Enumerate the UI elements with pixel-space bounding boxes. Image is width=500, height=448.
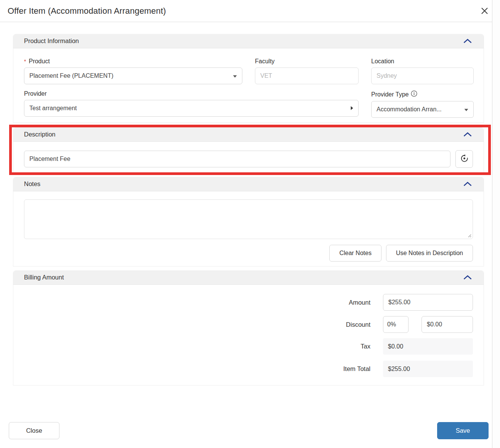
section-notes: Notes Clear Notes Use Notes in Descripti… [13, 177, 484, 267]
tax-row: Tax $0.00 [24, 338, 473, 355]
billing-body: Amount Discount Tax $0.00 Item Total $25… [13, 285, 484, 385]
restore-icon [460, 154, 469, 164]
discount-label: Discount [24, 321, 383, 328]
chevron-down-icon [233, 72, 237, 79]
tax-value: $0.00 [383, 338, 473, 355]
provider-label: Provider [24, 90, 359, 97]
discount-percent-input[interactable] [383, 316, 409, 333]
item-total-row: Item Total $255.00 [24, 361, 473, 377]
background-page-sliver [492, 0, 500, 448]
discount-amount-input[interactable] [421, 316, 473, 333]
product-field-group: *Product Placement Fee (PLACEMENT) [24, 58, 242, 84]
section-description: Description [13, 127, 484, 173]
amount-label: Amount [24, 299, 383, 306]
faculty-label: Faculty [255, 58, 359, 65]
product-information-title: Product Information [24, 37, 79, 45]
description-input[interactable] [24, 151, 450, 167]
chevron-up-icon [463, 275, 472, 281]
notes-collapse-button[interactable] [462, 181, 473, 187]
info-icon[interactable] [411, 90, 417, 98]
amount-row: Amount [24, 294, 473, 311]
discount-row: Discount [24, 316, 473, 333]
billing-amount-header: Billing Amount [13, 270, 484, 285]
provider-type-label: Provider Type [371, 90, 474, 98]
amount-input[interactable] [383, 294, 473, 311]
billing-amount-title: Billing Amount [24, 274, 64, 281]
notes-header: Notes [13, 177, 484, 191]
description-collapse-button[interactable] [462, 131, 473, 138]
product-select[interactable]: Placement Fee (PLACEMENT) [24, 67, 242, 84]
chevron-up-icon [463, 182, 472, 188]
product-information-collapse-button[interactable] [462, 38, 473, 44]
close-icon [481, 10, 489, 16]
provider-field-group: Provider Test arrangement [24, 90, 359, 118]
description-section-wrapper: Description [13, 127, 484, 173]
notes-body: Clear Notes Use Notes in Description [13, 191, 484, 266]
modal-header: Offer Item (Accommodation Arrangement) [0, 0, 500, 22]
provider-type-field-group: Provider Type Accommodation Arran... [371, 90, 474, 118]
use-notes-in-description-button[interactable]: Use Notes in Description [386, 245, 473, 262]
close-button[interactable] [479, 5, 490, 16]
description-header: Description [13, 127, 484, 142]
clear-notes-button[interactable]: Clear Notes [329, 245, 381, 262]
required-marker: * [24, 58, 26, 64]
billing-collapse-button[interactable] [462, 274, 473, 281]
location-label: Location [371, 58, 474, 65]
item-total-label: Item Total [24, 365, 383, 373]
provider-type-select[interactable]: Accommodation Arran... [371, 101, 474, 118]
description-body [13, 142, 484, 173]
description-title: Description [24, 131, 56, 138]
chevron-up-icon [463, 39, 472, 45]
chevron-right-icon [351, 105, 353, 112]
faculty-field [255, 67, 359, 84]
tax-label: Tax [24, 343, 383, 350]
save-button[interactable]: Save [437, 422, 489, 439]
notes-textarea[interactable] [24, 199, 473, 239]
modal-title: Offer Item (Accommodation Arrangement) [8, 6, 166, 16]
location-field [371, 67, 474, 84]
provider-select[interactable]: Test arrangement [24, 100, 359, 117]
reset-description-button[interactable] [455, 150, 473, 168]
product-information-body: *Product Placement Fee (PLACEMENT) Facul… [13, 48, 484, 122]
section-product-information: Product Information *Product Placement F… [13, 34, 484, 123]
chevron-up-icon [463, 132, 472, 138]
product-label: *Product [24, 58, 242, 65]
modal-footer: Close Save [0, 422, 492, 439]
location-field-group: Location [371, 58, 474, 84]
item-total-value: $255.00 [383, 361, 473, 377]
section-billing-amount: Billing Amount Amount Discount Tax [13, 270, 484, 385]
product-information-header: Product Information [13, 34, 484, 48]
notes-title: Notes [24, 180, 40, 188]
chevron-down-icon [464, 106, 468, 113]
faculty-field-group: Faculty [255, 58, 359, 84]
close-footer-button[interactable]: Close [9, 422, 59, 439]
modal-body: Product Information *Product Placement F… [0, 22, 484, 385]
